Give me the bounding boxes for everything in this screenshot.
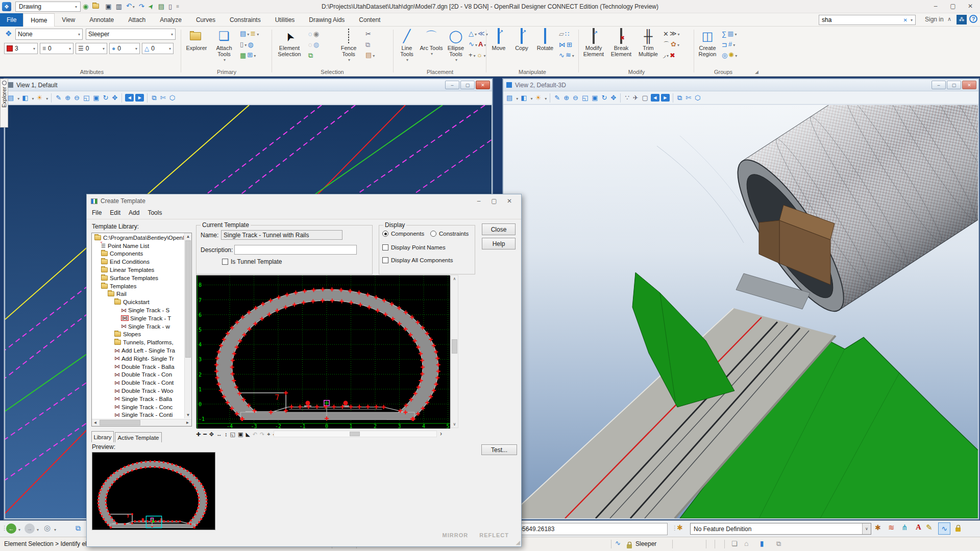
back-dropdown-icon[interactable] (17, 525, 20, 533)
help-button[interactable]: Help (482, 238, 516, 249)
tpl-undo-icon[interactable]: ↶ (253, 431, 257, 438)
clip-mask-icon[interactable]: ⬡ (694, 92, 701, 104)
search-input[interactable] (822, 16, 903, 23)
dialog-menu-add[interactable]: Add (125, 209, 143, 216)
references-icon[interactable]: ▯ (240, 40, 247, 49)
tree-item[interactable]: ⋈Single Track - S (92, 306, 184, 314)
view-next-icon[interactable]: ▶ (661, 94, 670, 102)
dialog-maximize-button[interactable]: ▢ (486, 196, 502, 206)
brightness-dropdown-icon[interactable] (544, 94, 547, 102)
snap-dropdown-icon[interactable] (53, 525, 56, 533)
update-view-icon[interactable]: ✎ (55, 92, 62, 104)
tab-attach[interactable]: Attach (121, 13, 153, 27)
pan-icon[interactable]: ✥ (111, 92, 119, 104)
text-tools-icon[interactable]: A (478, 40, 486, 49)
tree-item[interactable]: ⋈Double Track - Woo (92, 387, 184, 395)
class-combo[interactable]: △0 (142, 43, 174, 54)
copy-clipboard-icon[interactable]: ⧉ (365, 41, 370, 48)
groups-dialog-launcher-icon[interactable]: ◢ (755, 69, 758, 74)
rotate-button[interactable]: Rotate (533, 28, 557, 66)
paste-icon[interactable]: ▤ (365, 51, 375, 60)
search-box[interactable]: ✕ ▾ (819, 15, 916, 25)
reflect-toggle[interactable]: REFLECT (479, 532, 509, 538)
is-tunnel-checkbox[interactable]: Is Tunnel Template (222, 258, 282, 265)
model-icon[interactable]: ◧ (520, 92, 528, 104)
line-style-combo[interactable]: ≡0 (40, 43, 74, 54)
tree-item[interactable]: ⋈Single Track - Conti (92, 411, 184, 418)
clip-volume-icon[interactable]: ✄ (159, 92, 167, 104)
modify-element-button[interactable]: ↗Modify Element (580, 28, 607, 66)
arc-tools-button[interactable]: ⌒Arc Tools (420, 28, 443, 66)
unlock-element-icon[interactable]: ◍ (313, 41, 319, 48)
tree-item[interactable]: ⋈Single Track - Balla (92, 395, 184, 403)
view2-close-button[interactable]: ✕ (962, 81, 976, 89)
tpl-move-icon[interactable]: ✥ (209, 431, 214, 438)
tpl-center-icon[interactable]: ⌖ (267, 431, 270, 438)
app-minimize-button[interactable]: – (927, 1, 944, 12)
tpl-window-icon[interactable]: ▣ (238, 431, 243, 438)
modify-arc-icon[interactable]: ⌒ (663, 41, 670, 48)
model-dropdown-icon[interactable] (31, 94, 34, 102)
tree-item[interactable]: ⋈Double Track - Balla (92, 363, 184, 371)
dialog-menu-file[interactable]: File (88, 209, 106, 216)
is-tunnel-checkbox-box[interactable] (222, 259, 228, 265)
array-icon[interactable]: ⊞ (567, 41, 572, 48)
view1-close-button[interactable]: ✕ (476, 81, 490, 89)
tab-file[interactable]: File (0, 13, 23, 27)
workflow-combo[interactable]: Drawing (15, 2, 81, 12)
feature-lock-icon[interactable] (955, 528, 961, 532)
pan-icon[interactable]: ✥ (610, 92, 618, 104)
mirror-icon[interactable]: ⋈ (559, 41, 566, 48)
tree-horizontal-scrollbar[interactable]: ◄ ► (92, 419, 191, 426)
models-icon[interactable]: ▤ (240, 30, 249, 38)
display-point-names-checkbox[interactable]: Display Point Names (382, 244, 446, 251)
tree-item[interactable]: ⋈Add Left - Single Tra (92, 346, 184, 355)
point-tools-icon[interactable]: + (469, 51, 476, 60)
tree-scroll-up-icon[interactable]: ▲ (185, 233, 191, 240)
canvas-scroll-down-icon[interactable]: ∨ (451, 421, 458, 428)
move-parallel-icon[interactable]: ▱ (559, 30, 564, 38)
save-icon[interactable]: ▣ (105, 1, 111, 13)
tab-active-template[interactable]: Active Template (115, 432, 162, 442)
snap-mode-icon[interactable]: ◎ (44, 523, 51, 533)
rotate-view-icon[interactable]: ↻ (601, 92, 608, 104)
active-segment-icon[interactable]: ∿ (615, 539, 621, 547)
smartline-icon[interactable]: ∿ (469, 40, 477, 49)
explorer-edge-tab[interactable]: Explorer (0, 79, 8, 128)
create-complex-shape-icon[interactable]: ⊐ (722, 41, 727, 48)
save-settings-icon[interactable]: ▥ (116, 1, 122, 13)
levels-icon[interactable]: ≣ (250, 30, 259, 38)
tree-vertical-scrollbar[interactable]: ▲ ▼ (184, 233, 191, 418)
tab-annotate[interactable]: Annotate (82, 13, 121, 27)
tree-scroll-right-icon[interactable]: ► (184, 420, 191, 425)
view2-canvas[interactable] (504, 105, 978, 518)
test-button[interactable]: Test... (481, 444, 517, 455)
update-view-icon[interactable]: ✎ (553, 92, 561, 104)
tab-library[interactable]: Library (91, 431, 114, 442)
tab-drawing-aids[interactable]: Drawing Aids (302, 13, 352, 27)
cut-icon[interactable]: ✂ (365, 30, 371, 38)
copy-view-icon[interactable]: ⧉ (676, 92, 683, 104)
group-hole-icon[interactable]: ◎ (722, 52, 727, 59)
view-previous-icon[interactable]: ◀ (125, 94, 134, 102)
view1-restore-button[interactable]: ▢ (460, 81, 475, 89)
tab-utilities[interactable]: Utilities (268, 13, 302, 27)
select-previous-icon[interactable]: ⧉ (308, 52, 313, 59)
view2-restore-button[interactable]: ▢ (947, 81, 961, 89)
zoom-in-icon[interactable]: ⊕ (64, 92, 71, 104)
tree-item[interactable]: Components (92, 250, 184, 258)
break-by-point-icon[interactable]: ✕ (663, 30, 669, 38)
camera-icon[interactable]: ▢ (641, 92, 649, 104)
mirror-toggle[interactable]: MIRROR (443, 532, 469, 538)
back-button[interactable]: ← (6, 523, 16, 534)
segment-mode-button[interactable]: ∿ (938, 522, 950, 535)
tab-curves[interactable]: Curves (189, 13, 223, 27)
surface-icon[interactable]: ≋ (888, 523, 895, 532)
item-types-icon[interactable]: ◍ (248, 41, 253, 48)
tree-item[interactable]: Quickstart (92, 298, 184, 306)
preview-thumbnail[interactable] (92, 452, 215, 530)
flood-icon[interactable]: ▩ (727, 30, 737, 38)
tpl-fit-h-icon[interactable]: ↔ (216, 431, 222, 437)
lock-element-icon[interactable]: ◉ (313, 30, 319, 38)
model-dropdown-icon[interactable] (530, 94, 533, 102)
